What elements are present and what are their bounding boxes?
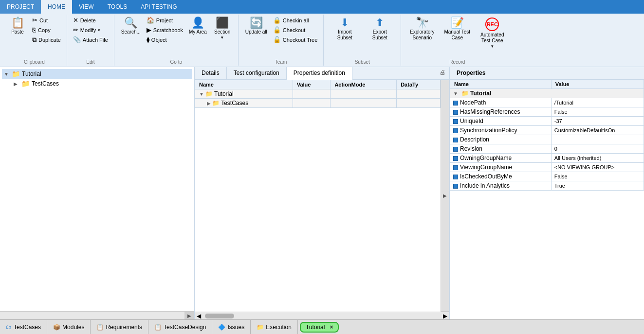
bottom-tab-testcasedesign[interactable]: 📋 TestCaseDesign <box>148 320 212 334</box>
prop-icon-sync <box>453 128 458 133</box>
search-button[interactable]: 🔍 Search... <box>118 16 144 37</box>
testcases-tab-label: TestCases <box>14 324 41 331</box>
left-scroll-right[interactable]: ▶ <box>184 312 194 319</box>
copy-button[interactable]: ⎘ Copy <box>30 25 63 35</box>
tab-test-configuration[interactable]: Test configuration <box>227 67 287 79</box>
tab-properties-definition[interactable]: Properties definition <box>287 67 352 80</box>
center-scroll-right[interactable]: ▶ <box>441 80 449 312</box>
bottom-tab-execution[interactable]: 📁 Execution <box>251 320 298 334</box>
row-testcases-action <box>331 99 397 108</box>
checkin-all-button[interactable]: 🔒 Checkin all <box>271 16 320 25</box>
search-icon: 🔍 <box>124 18 137 28</box>
print-icon[interactable]: 🖨 <box>436 67 449 79</box>
tree-item-tutorial[interactable]: ▼ 📁 Tutorial <box>2 69 192 79</box>
clipboard-col: ✂ Cut ⎘ Copy ⧉ Duplicate <box>30 16 63 53</box>
props-row-checked[interactable]: IsCheckedOutByMe False <box>450 172 644 181</box>
modify-icon: ✏ <box>73 26 78 34</box>
props-row-sync[interactable]: SynchronizationPolicy CustomizableDefaul… <box>450 126 644 135</box>
bottom-tab-issues[interactable]: 🔷 Issues <box>212 320 251 334</box>
project-icon: 🏠 <box>147 17 154 24</box>
prop-val-description <box>551 135 644 144</box>
duplicate-button[interactable]: ⧉ Duplicate <box>30 35 63 45</box>
modules-tab-icon: 📦 <box>53 324 60 331</box>
props-row-nodepath[interactable]: NodePath /Tutorial <box>450 98 644 107</box>
export-subset-button[interactable]: ⬆ Export Subset <box>363 16 397 43</box>
props-row-analytics[interactable]: Include in Analytics True <box>450 181 644 191</box>
prop-icon-uniqueid <box>453 119 458 124</box>
my-area-button[interactable]: 👤 My Area <box>186 16 210 37</box>
nav-view[interactable]: VIEW <box>72 0 101 14</box>
record-label: Record <box>401 59 513 65</box>
testcases-label: TestCases <box>32 80 59 87</box>
import-subset-button[interactable]: ⬇ Import Subset <box>328 16 362 43</box>
team-label: Team <box>239 59 324 65</box>
checkin-icon: 🔒 <box>273 17 281 24</box>
row-expand-testcases[interactable]: ▶ <box>207 101 211 106</box>
object-icon: ⧫ <box>147 36 149 43</box>
hscroll-right[interactable]: ▶ <box>441 313 449 319</box>
issues-tab-icon: 🔷 <box>218 324 225 331</box>
nav-project[interactable]: PROJECT <box>0 0 41 14</box>
props-row-viewing[interactable]: ViewingGroupName <NO VIEWING GROUP> <box>450 163 644 172</box>
exploratory-scenario-button[interactable]: 🔭 Exploratory Scenario <box>405 16 439 43</box>
update-label: Update all <box>245 29 267 35</box>
modify-button[interactable]: ✏ Modify ▾ <box>71 25 110 35</box>
requirements-tab-icon: 📋 <box>96 324 104 331</box>
edit-label: Edit <box>67 59 114 65</box>
tree-expand-tutorial[interactable]: ▼ <box>4 71 10 77</box>
nav-api-testing[interactable]: API TESTING <box>134 0 184 14</box>
bottom-tab-requirements[interactable]: 📋 Requirements <box>91 320 148 334</box>
cut-icon: ✂ <box>32 17 37 24</box>
duplicate-label: Duplicate <box>38 37 61 43</box>
section-button[interactable]: ⬛ Section ▾ <box>211 16 234 42</box>
export-label: Export Subset <box>366 29 394 41</box>
center-hscroll[interactable]: ◀ ▶ <box>195 312 449 319</box>
nav-tools[interactable]: TOOLS <box>101 0 134 14</box>
center-panel: Details Test configuration Properties de… <box>195 67 449 319</box>
prop-icon-checked <box>453 175 458 179</box>
nav-home[interactable]: HOME <box>41 0 72 14</box>
scratchbook-button[interactable]: ▶ Scratchbook <box>145 25 185 35</box>
prop-val-viewing: <NO VIEWING GROUP> <box>551 163 644 172</box>
prop-val-missing: False <box>551 107 644 117</box>
cut-label: Cut <box>39 18 48 23</box>
props-row-owning[interactable]: OwningGroupName All Users (inherited) <box>450 154 644 163</box>
tab-details[interactable]: Details <box>195 67 227 79</box>
props-row-revision[interactable]: Revision 0 <box>450 144 644 154</box>
delete-label: Delete <box>80 18 96 23</box>
ribbon-group-edit: ✕ Delete ✏ Modify ▾ 📎 Attach File Edit <box>67 15 114 66</box>
paste-button[interactable]: 📋 Paste <box>6 16 29 37</box>
delete-button[interactable]: ✕ Delete <box>71 16 110 25</box>
tree-expand-testcases[interactable]: ▶ <box>14 81 19 87</box>
props-row-description[interactable]: Description <box>450 135 644 144</box>
attach-file-button[interactable]: 📎 Attach File <box>71 35 110 44</box>
checkout-button[interactable]: 🔓 Checkout <box>271 25 320 35</box>
checkout-tree-button[interactable]: 🔓 Checkout Tree <box>271 35 320 44</box>
prop-icon-nodepath <box>453 101 458 105</box>
exploratory-label: Exploratory Scenario <box>408 29 436 41</box>
project-button[interactable]: 🏠 Project <box>145 16 185 25</box>
manual-test-case-button[interactable]: 📝 Manual Test Case <box>440 16 474 43</box>
tree-item-testcases[interactable]: ▶ 📁 TestCases <box>2 79 192 88</box>
table-row-testcases[interactable]: ▶ 📁 TestCases <box>195 99 441 108</box>
bottom-tab-modules[interactable]: 📦 Modules <box>47 320 91 334</box>
tutorial-tab-close[interactable]: × <box>330 324 333 331</box>
bottom-tab-testcases[interactable]: 🗂 TestCases <box>0 320 47 334</box>
project-label: Project <box>156 18 173 23</box>
props-row-missing[interactable]: HasMissingReferences False <box>450 107 644 117</box>
hscroll-left[interactable]: ◀ <box>195 313 203 319</box>
object-button[interactable]: ⧫ Object <box>145 35 185 44</box>
copy-label: Copy <box>38 27 51 33</box>
cut-button[interactable]: ✂ Cut <box>30 16 63 25</box>
props-row-uniqueid[interactable]: UniqueId -37 <box>450 117 644 126</box>
team-items: 🔄 Update all 🔒 Checkin all 🔓 Checkout 🔓 … <box>242 16 320 65</box>
update-all-button[interactable]: 🔄 Update all <box>242 16 270 37</box>
table-row-tutorial[interactable]: ▼ 📁 Tutorial <box>195 89 441 99</box>
hscroll-thumb[interactable] <box>205 314 234 318</box>
props-category-tutorial[interactable]: ▼ 📁 Tutorial <box>450 89 644 98</box>
bottom-tab-tutorial[interactable]: Tutorial × <box>300 322 339 333</box>
automated-test-case-button[interactable]: REC Automated Test Case ▾ <box>475 16 509 51</box>
modify-label: Modify <box>80 27 96 33</box>
prop-name-analytics: Include in Analytics <box>460 182 510 189</box>
row-expand-tutorial[interactable]: ▼ <box>199 91 204 97</box>
